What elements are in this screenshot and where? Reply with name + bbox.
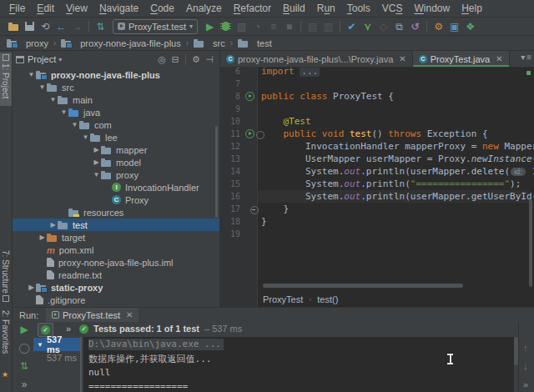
expand-arrow-icon[interactable]: ▼ (70, 121, 79, 128)
vcs-commit-icon[interactable]: ✔ (344, 18, 360, 34)
expand-arrow-icon[interactable]: ▼ (48, 96, 58, 103)
tree-row-src[interactable]: ▼src (13, 81, 220, 93)
expand-arrow-icon[interactable]: ▼ (92, 171, 101, 178)
tree-row-static-proxy[interactable]: ▶static-proxy (13, 281, 220, 294)
stop-icon[interactable]: ◯ (18, 341, 31, 354)
tree-row-gitignore[interactable]: .gitignore (13, 294, 220, 306)
menu-vcs[interactable]: VCS (376, 2, 409, 15)
back-icon[interactable]: ← (53, 18, 69, 34)
tabs-list-icon[interactable]: ▾ (521, 53, 525, 62)
tree-row-proxy-none-java-file-plus-iml[interactable]: proxy-none-java-file-plus.iml (13, 256, 220, 269)
breadcrumb-class[interactable]: ProxyTest (263, 294, 303, 304)
expand-arrow-icon[interactable]: ▼ (37, 341, 43, 349)
test-tree-row[interactable]: ▼537 ms (33, 338, 80, 351)
menu-code[interactable]: Code (144, 2, 180, 15)
run-splitter[interactable] (80, 337, 82, 392)
locate-file-icon[interactable]: ◎ (155, 54, 169, 65)
menu-view[interactable]: View (60, 2, 93, 15)
hide-panel-icon[interactable]: ⊣ (203, 54, 216, 65)
editor-hscrollbar[interactable] (263, 284, 463, 288)
expand-arrow-icon[interactable]: ▶ (92, 146, 101, 153)
coverage-icon[interactable]: ▧ (234, 18, 249, 34)
forward-icon[interactable]: → (69, 18, 85, 34)
tree-row-java[interactable]: ▼java (13, 106, 220, 118)
test-history-icon[interactable]: ⇅ (18, 359, 31, 373)
expand-arrow-icon[interactable]: ▶ (38, 234, 47, 241)
up-icon[interactable]: ↑ (523, 343, 528, 353)
rerun-icon[interactable]: ▶ (18, 323, 31, 336)
plugins-icon[interactable]: ❖ (462, 18, 478, 34)
inspection-indicator[interactable] (526, 71, 531, 75)
expand-arrow-icon[interactable]: ▶ (92, 158, 101, 166)
run-gutter-icon[interactable] (245, 129, 254, 138)
expand-arrow-icon[interactable]: ▼ (59, 108, 68, 116)
tree-row-test[interactable]: ▶test (13, 219, 220, 231)
project-tree-scrollbar[interactable] (215, 126, 218, 218)
editor-area[interactable]: Cproxy-none-java-file-plus\...\Proxy.jav… (220, 51, 534, 307)
project-panel-title[interactable]: Project (28, 54, 56, 64)
menu-file[interactable]: File (3, 2, 31, 15)
menu-navigate[interactable]: Navigate (93, 2, 144, 15)
tree-row-resources[interactable]: resources (13, 206, 220, 219)
run-dashboard-icon[interactable]: ≡ (265, 18, 281, 34)
gear-icon[interactable]: ⚙ (189, 54, 203, 65)
strip-button-project[interactable]: 1: Project (1, 63, 10, 98)
profiler-icon[interactable]: ◔ (249, 18, 265, 34)
more-icon[interactable]: » (523, 379, 528, 389)
menu-analyze[interactable]: Analyze (180, 2, 228, 15)
debug-icon[interactable] (218, 18, 234, 34)
chevron-down-icon[interactable]: ▾ (58, 56, 62, 63)
run-gutter-icon[interactable] (245, 92, 254, 101)
settings-wrench-icon[interactable]: ⚙ (431, 18, 446, 34)
menu-build[interactable]: Build (277, 2, 311, 15)
menu-window[interactable]: Window (408, 2, 456, 15)
expand-arrow-icon[interactable]: ▼ (38, 83, 47, 91)
close-icon[interactable]: ✕ (126, 310, 133, 319)
vcs-update-icon[interactable]: ⋎ (360, 18, 375, 34)
editor-tab-proxytest-java[interactable]: CProxyTest.java✕ (413, 51, 510, 67)
run-config-select[interactable]: ProxyTest.test▾ (113, 19, 198, 34)
tree-row-proxy[interactable]: ▼proxy (13, 168, 220, 181)
nav-crumb-proxy[interactable]: proxy (7, 38, 48, 48)
editor-vscrollbar[interactable] (529, 199, 532, 287)
open-icon[interactable] (6, 18, 22, 34)
tree-row-readme-txt[interactable]: readme.txt (13, 269, 220, 281)
local-history-icon[interactable]: ⧉ (391, 18, 407, 34)
menu-refactor[interactable]: Refactor (228, 2, 277, 15)
strip-button-structure[interactable]: 7: Structure (1, 250, 10, 294)
diff-icon[interactable]: ⇅ (93, 18, 108, 34)
tree-row-model[interactable]: ▶model (13, 156, 220, 168)
tree-row-com[interactable]: ▼com (13, 118, 220, 131)
menu-help[interactable]: Help (456, 2, 488, 15)
tree-row-lee[interactable]: ▼lee (13, 131, 220, 143)
more-icon[interactable]: » (18, 378, 31, 391)
tree-row-target[interactable]: ▶target (13, 231, 220, 244)
collapse-all-icon[interactable]: ⊟ (169, 54, 182, 65)
down-icon[interactable]: ↓ (523, 361, 528, 371)
menu-edit[interactable]: Edit (31, 2, 60, 15)
expand-arrow-icon[interactable]: ▶ (48, 221, 58, 229)
run-console[interactable]: D:\Java\bin\java.exe ...数据库操作,并获取返回值...n… (83, 337, 514, 392)
more-icon[interactable]: » (66, 324, 71, 334)
drop-frame-icon[interactable]: ▥ (320, 18, 336, 34)
run-icon[interactable]: ▶ (202, 18, 218, 34)
close-icon[interactable]: ✕ (399, 54, 406, 63)
tree-row-main[interactable]: ▼main (13, 93, 220, 106)
rollback-icon[interactable]: ↺ (407, 18, 423, 34)
test-tree-row[interactable]: 537 ms (33, 351, 80, 364)
tree-row-proxy[interactable]: CProxy (13, 193, 220, 206)
expand-arrow-icon[interactable]: ▼ (27, 71, 36, 78)
menu-tools[interactable]: Tools (341, 2, 376, 15)
run-to-cursor-icon[interactable]: ▤ (305, 18, 320, 34)
run-tab[interactable]: ProxyTest.test ✕ (46, 308, 139, 322)
nav-crumb-proxy-none-java-file-plus[interactable]: proxy-none-java-file-plus (61, 38, 180, 48)
close-icon[interactable]: ✕ (496, 54, 502, 63)
vcs-revert-icon[interactable]: ◇ (375, 18, 391, 34)
nav-crumb-test[interactable]: test (238, 38, 272, 48)
nav-crumb-src[interactable]: src (194, 38, 225, 48)
expand-arrow-icon[interactable]: ▶ (27, 284, 36, 291)
editor-tab-proxy-java[interactable]: Cproxy-none-java-file-plus\...\Proxy.jav… (220, 51, 413, 67)
project-structure-icon[interactable]: ▣ (446, 18, 462, 34)
menu-run[interactable]: Run (311, 2, 341, 15)
fold-gutter-icon[interactable] (250, 206, 259, 214)
